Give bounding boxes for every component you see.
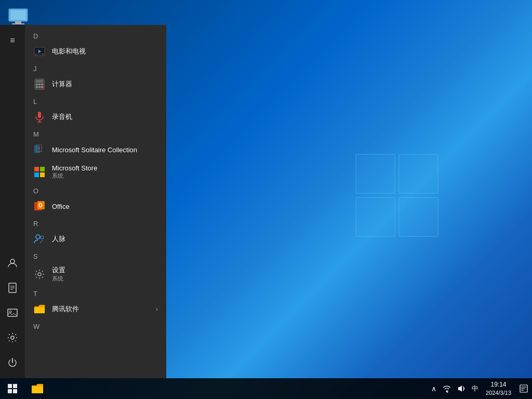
ms-store-sub: 系统 xyxy=(52,172,97,180)
svg-rect-32 xyxy=(40,167,45,171)
sidebar-documents-button[interactable] xyxy=(0,276,25,299)
svg-text:O: O xyxy=(38,203,43,208)
settings-label: 设置 xyxy=(52,265,65,275)
ms-store-label: Microsoft Store xyxy=(52,164,97,172)
svg-rect-22 xyxy=(36,86,38,88)
tray-volume-icon[interactable] xyxy=(454,378,469,399)
voice-recorder-label: 录音机 xyxy=(52,112,72,122)
svg-rect-2 xyxy=(15,21,21,23)
section-letter-t: T xyxy=(25,287,166,299)
sidebar-settings-button[interactable] xyxy=(0,326,25,349)
tray-show-hidden-button[interactable]: ∧ xyxy=(428,378,440,399)
taskbar-start-button[interactable] xyxy=(0,378,25,399)
svg-point-40 xyxy=(38,273,41,276)
calculator-icon xyxy=(33,78,46,90)
svg-rect-25 xyxy=(38,112,41,118)
svg-point-45 xyxy=(446,391,448,392)
tray-time: 19:14 xyxy=(491,380,507,389)
svg-rect-31 xyxy=(34,167,39,171)
tray-notification-button[interactable] xyxy=(515,378,532,399)
section-letter-o: O xyxy=(25,184,166,196)
svg-rect-23 xyxy=(38,86,41,88)
svg-rect-16 xyxy=(43,54,44,55)
settings-info: 设置 系统 xyxy=(52,265,65,283)
svg-point-39 xyxy=(41,236,44,239)
app-item-calculator[interactable]: 计算器 xyxy=(25,74,166,95)
start-menu: ≡ xyxy=(0,25,166,378)
settings-sub: 系统 xyxy=(52,275,65,283)
svg-rect-15 xyxy=(35,54,36,55)
desktop: 此电脑 ≡ xyxy=(0,0,532,399)
solitaire-label: Microsoft Solitaire Collection xyxy=(52,146,137,154)
section-letter-m: M xyxy=(25,127,166,139)
section-letter-d: D xyxy=(25,29,166,41)
tencent-label: 腾讯软件 xyxy=(52,304,79,314)
tray-ime-indicator[interactable]: 中 xyxy=(469,378,482,399)
svg-rect-24 xyxy=(41,86,43,88)
svg-point-4 xyxy=(10,259,15,263)
taskbar-file-explorer-button[interactable] xyxy=(25,378,50,399)
svg-point-10 xyxy=(9,311,11,313)
voice-recorder-icon xyxy=(33,111,46,123)
svg-point-38 xyxy=(36,235,40,239)
taskbar: ∧ 中 xyxy=(0,378,532,399)
tencent-expand-arrow: › xyxy=(156,305,158,313)
svg-rect-44 xyxy=(13,389,17,393)
contacts-label: 人脉 xyxy=(52,234,65,244)
movies-tv-icon xyxy=(33,45,46,58)
svg-rect-1 xyxy=(11,10,25,20)
start-menu-sidebar: ≡ xyxy=(0,25,25,378)
section-letter-w: W xyxy=(25,320,166,331)
sidebar-bottom-icons xyxy=(0,251,25,378)
app-item-office[interactable]: O Office xyxy=(25,196,166,217)
office-icon: O xyxy=(33,200,46,212)
office-label: Office xyxy=(52,203,70,210)
tray-network-icon[interactable] xyxy=(440,378,454,399)
svg-rect-9 xyxy=(8,309,17,316)
contacts-icon xyxy=(33,233,46,245)
ms-store-info: Microsoft Store 系统 xyxy=(52,164,97,180)
ms-store-icon xyxy=(33,166,46,178)
svg-rect-34 xyxy=(40,172,45,177)
app-item-voice-recorder[interactable]: 录音机 xyxy=(25,107,166,127)
section-letter-l: L xyxy=(25,95,166,107)
svg-rect-41 xyxy=(8,384,12,388)
svg-rect-33 xyxy=(34,172,39,177)
app-list: D 电影和电视 J xyxy=(25,25,166,378)
hamburger-button[interactable]: ≡ xyxy=(0,29,25,52)
sidebar-photos-button[interactable] xyxy=(0,301,25,324)
sidebar-user-button[interactable] xyxy=(0,251,25,274)
section-letter-j: J xyxy=(25,62,166,74)
taskbar-system-tray: ∧ 中 xyxy=(428,378,532,399)
section-letter-s: S xyxy=(25,249,166,261)
app-item-settings[interactable]: 设置 系统 xyxy=(25,261,166,287)
settings-icon xyxy=(33,268,46,281)
app-item-movies-tv[interactable]: 电影和电视 xyxy=(25,41,166,62)
windows-logo-decoration xyxy=(355,154,438,237)
app-item-solitaire[interactable]: ♠ Microsoft Solitaire Collection xyxy=(25,139,166,160)
tray-clock[interactable]: 19:14 2024/3/13 xyxy=(482,378,515,399)
sidebar-power-button[interactable] xyxy=(0,351,25,374)
svg-rect-19 xyxy=(36,84,38,85)
section-letter-r: R xyxy=(25,217,166,229)
svg-rect-18 xyxy=(36,80,43,83)
app-item-tencent[interactable]: 腾讯软件 › xyxy=(25,299,166,320)
app-item-contacts[interactable]: 人脉 xyxy=(25,229,166,249)
svg-rect-20 xyxy=(38,84,41,85)
tray-date: 2024/3/13 xyxy=(486,389,511,397)
this-pc-icon xyxy=(8,8,29,26)
calculator-label: 计算器 xyxy=(52,79,72,89)
tencent-folder-icon xyxy=(33,303,46,315)
solitaire-icon: ♠ xyxy=(33,143,46,156)
svg-rect-21 xyxy=(41,84,43,85)
svg-rect-42 xyxy=(13,384,17,388)
svg-point-11 xyxy=(11,336,14,339)
svg-rect-3 xyxy=(12,23,24,24)
movies-tv-label: 电影和电视 xyxy=(52,47,86,56)
svg-text:♠: ♠ xyxy=(37,145,41,151)
svg-rect-43 xyxy=(8,389,12,393)
app-item-ms-store[interactable]: Microsoft Store 系统 xyxy=(25,160,166,184)
